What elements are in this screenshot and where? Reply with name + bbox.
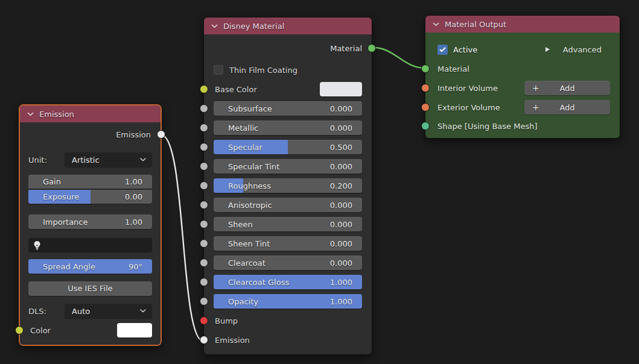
input-socket-interior-volume[interactable] — [421, 84, 430, 92]
input-socket-anisotropic[interactable] — [200, 201, 208, 209]
output-socket-emission[interactable] — [157, 130, 165, 139]
node-title: Disney Material — [223, 22, 284, 31]
check-icon — [439, 47, 446, 52]
sheen-slider[interactable]: Sheen 0.000 — [214, 217, 362, 231]
slider-row-anisotropic: Anisotropic 0.000 — [214, 198, 362, 212]
output-socket-material[interactable] — [367, 44, 376, 52]
use-ies-file-button[interactable]: Use IES File — [28, 281, 152, 296]
emission-input-label: Emission — [214, 336, 250, 345]
advanced-label: Advanced — [563, 45, 602, 54]
opacity-slider[interactable]: Opacity 1.000 — [214, 294, 362, 309]
slider-row-subsurface: Subsurface 0.000 — [214, 101, 362, 116]
advanced-toggle[interactable]: Advanced — [545, 45, 610, 54]
dls-dropdown[interactable]: Auto — [65, 304, 152, 318]
roughness-slider[interactable]: Roughness 0.200 — [214, 178, 362, 193]
anisotropic-slider[interactable]: Anisotropic 0.000 — [214, 198, 362, 212]
clearcoat-gloss-slider[interactable]: Clearcoat Gloss 1.000 — [214, 275, 362, 289]
input-socket-material[interactable] — [421, 64, 430, 73]
slider-row-sheen: Sheen 0.000 — [214, 217, 362, 231]
base-color-swatch[interactable] — [320, 82, 362, 96]
input-socket-roughness[interactable] — [200, 181, 208, 190]
sheen-tint-slider[interactable]: Sheen Tint 0.000 — [214, 236, 362, 251]
light-group-field[interactable] — [28, 238, 152, 253]
slider-row-clearcoat-gloss: Clearcoat Gloss 1.000 — [214, 275, 362, 289]
exterior-volume-add-button[interactable]: + Add — [524, 100, 610, 115]
dls-dropdown-value: Auto — [72, 307, 140, 316]
slider-row-specular-tint: Specular Tint 0.000 — [214, 159, 362, 174]
shape-row: Shape [Using Base Mesh] — [437, 119, 610, 133]
input-socket-specular[interactable] — [200, 143, 208, 151]
gain-slider[interactable]: Gain 1.00 — [28, 175, 152, 189]
node-disney-header[interactable]: Disney Material — [204, 17, 372, 34]
output-label: Emission — [116, 130, 151, 139]
unit-row: Unit: Artistic — [28, 152, 152, 167]
thin-film-checkbox[interactable] — [214, 65, 223, 75]
input-socket-subsurface[interactable] — [200, 104, 208, 113]
slider-row-clearcoat: Clearcoat 0.000 — [214, 256, 362, 270]
input-socket-specular-tint[interactable] — [200, 162, 208, 171]
input-socket-metallic[interactable] — [200, 124, 208, 132]
base-color-row: Base Color — [214, 82, 362, 96]
subsurface-slider[interactable]: Subsurface 0.000 — [214, 101, 362, 116]
link-disney-to-output — [374, 48, 425, 68]
chevron-down-icon — [140, 158, 146, 162]
node-material-output[interactable]: Material Output Active Advanced Material… — [425, 15, 620, 139]
slider-label: Gain — [28, 177, 125, 186]
base-color-label: Base Color — [214, 85, 257, 94]
node-title: Material Output — [445, 20, 506, 29]
slider-value: 90° — [129, 262, 152, 271]
chevron-down-icon[interactable] — [433, 22, 439, 27]
chevron-down-icon — [140, 309, 146, 313]
clearcoat-slider[interactable]: Clearcoat 0.000 — [214, 256, 362, 270]
interior-volume-label: Interior Volume — [437, 84, 498, 93]
chevron-down-icon[interactable] — [211, 24, 218, 28]
specular-tint-slider[interactable]: Specular Tint 0.000 — [214, 159, 362, 174]
bump-row: Bump — [214, 313, 362, 328]
input-socket-opacity[interactable] — [200, 297, 208, 306]
spread-angle-slider[interactable]: Spread Angle 90° — [28, 259, 152, 274]
exterior-volume-label: Exterior Volume — [437, 103, 500, 112]
input-socket-bump[interactable] — [200, 316, 208, 325]
importance-slider[interactable]: Importance 1.00 — [28, 215, 152, 229]
input-socket-sheen-tint[interactable] — [200, 239, 208, 248]
input-socket-clearcoat-gloss[interactable] — [200, 278, 208, 286]
node-output-header[interactable]: Material Output — [425, 16, 620, 33]
node-editor-canvas[interactable]: Emission Emission Unit: Artistic Gain — [0, 0, 639, 364]
thin-film-row: Thin Film Coating — [214, 63, 362, 77]
exposure-slider[interactable]: Exposure 0.00 — [28, 190, 152, 204]
input-socket-exterior-volume[interactable] — [421, 103, 430, 111]
dls-label: DLS: — [28, 307, 65, 316]
active-label: Active — [453, 45, 477, 54]
specular-slider[interactable]: Specular 0.500 — [214, 140, 362, 154]
input-socket-clearcoat[interactable] — [200, 259, 208, 267]
exterior-volume-row: Exterior Volume + Add — [437, 100, 610, 115]
input-socket-emission[interactable] — [200, 336, 208, 344]
chevron-down-icon[interactable] — [27, 112, 34, 116]
dls-row: DLS: Auto — [28, 304, 152, 318]
metallic-slider[interactable]: Metallic 0.000 — [214, 121, 362, 135]
material-input-row: Material — [437, 61, 610, 76]
lightbulb-icon — [33, 240, 42, 252]
node-disney-material[interactable]: Disney Material Material Thin Film Coati… — [203, 17, 372, 355]
color-label: Color — [28, 326, 51, 335]
node-emission-header[interactable]: Emission — [20, 105, 161, 122]
input-socket-base-color[interactable] — [200, 85, 208, 93]
active-checkbox[interactable] — [437, 45, 448, 55]
active-row: Active Advanced — [437, 42, 610, 57]
plus-icon: + — [532, 84, 539, 92]
node-emission[interactable]: Emission Emission Unit: Artistic Gain — [19, 104, 162, 346]
input-socket-color[interactable] — [15, 326, 24, 334]
input-socket-shape[interactable] — [421, 122, 430, 130]
input-socket-sheen[interactable] — [200, 220, 208, 228]
interior-volume-add-button[interactable]: + Add — [524, 81, 610, 95]
emission-input-row: Emission — [214, 333, 362, 347]
color-swatch[interactable] — [117, 323, 152, 337]
slider-row-specular: Specular 0.500 — [214, 140, 362, 154]
unit-dropdown[interactable]: Artistic — [65, 152, 152, 167]
slider-value: 1.00 — [125, 177, 152, 186]
shape-label: Shape [Using Base Mesh] — [437, 122, 538, 131]
slider-label: Exposure — [28, 192, 125, 201]
output-row-material: Material — [214, 41, 362, 55]
bump-label: Bump — [214, 316, 238, 325]
triangle-right-icon — [545, 47, 550, 52]
